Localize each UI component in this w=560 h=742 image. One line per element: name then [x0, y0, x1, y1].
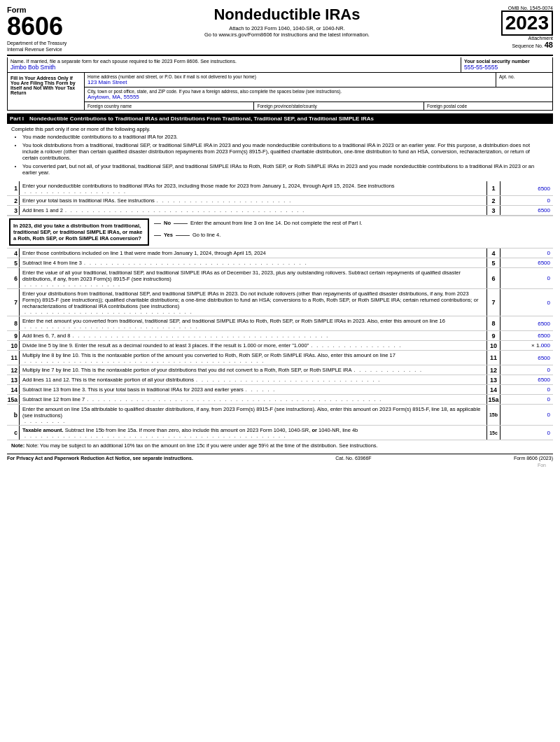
address-section: Fill in Your Address Only if You Are Fil… [7, 73, 553, 111]
province-field: Foreign province/state/county [254, 102, 424, 110]
dept1: Department of the Treasury [7, 41, 119, 46]
line-15b-num: b [7, 405, 20, 425]
line-6-row: 6 Enter the value of all your traditiona… [7, 268, 553, 289]
line-10-value: × 1. 000 [500, 341, 553, 350]
line-12-row: 12 Multiply line 7 by line 10. This is t… [7, 365, 553, 375]
line-12-desc: Multiply line 7 by line 10. This is the … [20, 365, 486, 374]
line-13-value: 6500 [500, 375, 553, 384]
line-15c-desc: Taxable amount. Subtract line 15b from l… [20, 426, 486, 440]
line-15c-num: c [7, 426, 20, 440]
line-9-row: 9 Add lines 6, 7, and 8 . . . . . . . . … [7, 331, 553, 341]
line-13-num: 13 [7, 375, 20, 384]
yes-label: Yes [164, 232, 173, 238]
line-15b-desc: Enter the amount on line 15a attributabl… [20, 405, 486, 425]
line-4-ref: 4 [486, 248, 500, 258]
city-field: City, town or post office, state, and ZI… [85, 88, 552, 102]
line-11-desc: Multiply line 8 by line 10. This is the … [20, 351, 486, 365]
line-10-ref: 10 [486, 341, 500, 350]
footer: For Privacy Act and Paperwork Reduction … [7, 454, 553, 461]
line-15a-row: 15a Subtract line 12 from line 7 . . . .… [7, 395, 553, 405]
line-15a-num: 15a [7, 395, 20, 404]
branch-section: In 2023, did you take a distribution fro… [7, 216, 553, 248]
line-7-value: 0 [500, 289, 553, 316]
part1-label: Part I [10, 115, 24, 122]
line-15c-value: 0 [500, 426, 553, 440]
line-2-ref: 2 [486, 196, 500, 205]
line-15c-row: c Taxable amount. Subtract line 15b from… [7, 426, 553, 440]
city-value: Anytown, MA, 55555 [88, 94, 550, 100]
lines-4-15: 4 Enter those contributions included on … [7, 248, 553, 440]
country-label: Foreign country name [88, 104, 251, 108]
year: 2023 [505, 13, 549, 33]
line-7-desc: Enter your distributions from traditiona… [20, 289, 486, 316]
line-6-value: 0 [500, 268, 553, 288]
line-3-num: 3 [7, 206, 20, 215]
line-9-ref: 9 [486, 331, 500, 340]
line-7-ref: 7 [486, 289, 500, 316]
line-10-row: 10 Divide line 5 by line 9. Enter the re… [7, 341, 553, 351]
header: Form 8606 Department of the Treasury Int… [7, 6, 553, 56]
part1-title: Nondeductible Contributions to Tradition… [29, 115, 374, 122]
line-15a-value: 0 [500, 395, 553, 404]
privacy-text: For Privacy Act and Paperwork Reduction … [7, 456, 193, 461]
line-1-num: 1 [7, 181, 20, 195]
line-7-row: 7 Enter your distributions from traditio… [7, 289, 553, 316]
name-ssn-row: Name. If married, file a separate form f… [7, 57, 553, 73]
line-8-num: 8 [7, 316, 20, 330]
line-2-value: 0 [500, 196, 553, 205]
line-13-row: 13 Add lines 11 and 12. This is the nont… [7, 375, 553, 385]
home-value: 123 Main Street [88, 79, 493, 85]
no-label: No [164, 220, 171, 226]
home-address-field: Home address (number and street, or P.O.… [85, 73, 496, 87]
cat-no: Cat. No. 63966F [335, 456, 371, 461]
line-1-row: 1 Enter your nondeductible contributions… [7, 181, 553, 196]
line-11-value: 6500 [500, 351, 553, 365]
attachment: Attachment [455, 36, 553, 41]
line-3-desc: Add lines 1 and 2 . . . . . . . . . . . … [20, 206, 486, 215]
form-number: 8606 [7, 14, 119, 39]
line-7-num: 7 [7, 289, 20, 316]
branch-question: In 2023, did you take a distribution fro… [13, 223, 143, 241]
branch-box: In 2023, did you take a distribution fro… [9, 218, 149, 246]
postal-field: Foreign postal code [424, 102, 552, 110]
line-4-desc: Enter those contributions included on li… [20, 248, 486, 258]
note: Note: Note: You may be subject to an add… [7, 440, 553, 451]
line-11-num: 11 [7, 351, 20, 365]
line-8-row: 8 Enter the net amount you converted fro… [7, 316, 553, 331]
watermark: Fon [538, 463, 546, 468]
yes-instruction: Go to line 4. [192, 232, 220, 238]
ssn-label: Your social security number [464, 59, 550, 64]
complete-text: Complete this part only if one or more o… [11, 126, 549, 132]
attach-line: Attach to 2023 Form 1040, 1040-SR, or 10… [119, 25, 455, 31]
home-address-row: Home address (number and street, or P.O.… [85, 73, 552, 88]
line-12-value: 0 [500, 365, 553, 374]
line-15a-ref: 15a [486, 395, 500, 404]
header-right: OMB No. 1545-0074 2023 Attachment Sequen… [455, 6, 553, 49]
line-10-desc: Divide line 5 by line 9. Enter the resul… [20, 341, 486, 350]
part1-instructions: Complete this part only if one or more o… [7, 124, 553, 181]
line-15b-value: 0 [500, 405, 553, 425]
line-15b-row: b Enter the amount on line 15a attributa… [7, 405, 553, 426]
line-9-desc: Add lines 6, 7, and 8 . . . . . . . . . … [20, 331, 486, 340]
line-3-ref: 3 [486, 206, 500, 215]
line-10-num: 10 [7, 341, 20, 350]
name-label: Name. If married, file a separate form f… [10, 59, 458, 64]
bullet-list: You made nondeductible contributions to … [11, 132, 549, 179]
sequence-text: Sequence No. [512, 43, 542, 48]
line-14-row: 14 Subtract line 13 from line 3. This is… [7, 385, 553, 395]
ssn-cell: Your social security number 555-55-5555 [461, 57, 552, 72]
branch-yes: — Yes —— Go to line 4. [154, 231, 550, 239]
line-8-desc: Enter the net amount you converted from … [20, 316, 486, 330]
line-6-desc: Enter the value of all your traditional,… [20, 268, 486, 288]
watermark-area: Fon [7, 461, 553, 468]
line-8-value: 6500 [500, 316, 553, 330]
city-row: City, town or post office, state, and ZI… [85, 88, 552, 102]
line-15b-ref: 15b [486, 405, 500, 425]
omb: OMB No. 1545-0074 [455, 6, 553, 10]
no-instruction: Enter the amount from line 3 on line 14.… [190, 220, 363, 226]
apt-cell: Apt. no. [496, 73, 552, 87]
line-15a-desc: Subtract line 12 from line 7 . . . . . .… [20, 395, 486, 404]
branch-no: — No —— Enter the amount from line 3 on … [154, 219, 550, 227]
part1-header: Part I Nondeductible Contributions to Tr… [7, 113, 553, 124]
line-9-num: 9 [7, 331, 20, 340]
